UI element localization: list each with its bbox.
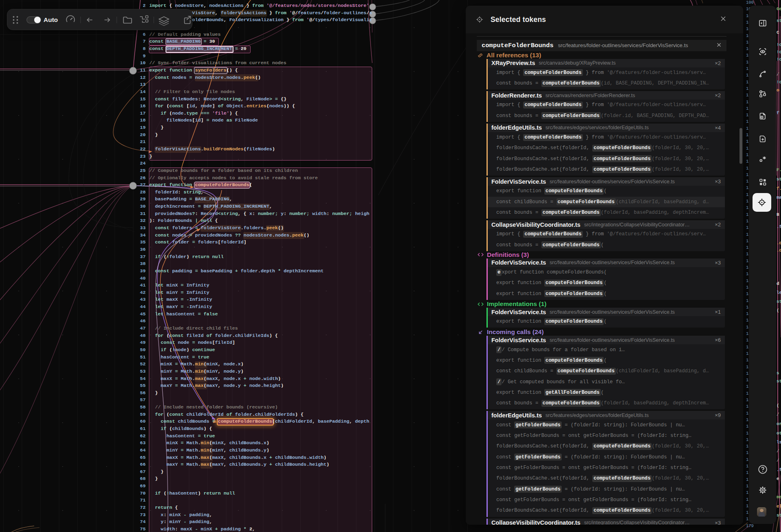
svg-text:Auto: Auto [44,16,58,23]
